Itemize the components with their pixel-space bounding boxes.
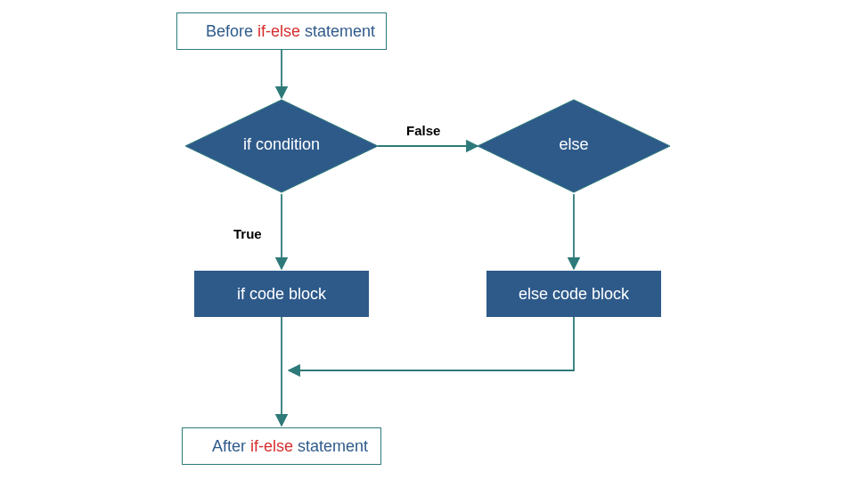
after-box: After if-else statement	[182, 427, 381, 465]
if-condition-diamond	[185, 100, 378, 192]
flow-connectors	[0, 0, 850, 504]
else-diamond	[478, 100, 670, 192]
before-keyword: if-else	[257, 22, 300, 40]
after-suffix: statement	[293, 437, 368, 455]
before-suffix: statement	[300, 22, 375, 40]
after-prefix: After	[212, 437, 250, 455]
after-keyword: if-else	[250, 437, 293, 455]
before-box: Before if-else statement	[176, 12, 387, 50]
before-prefix: Before	[206, 22, 257, 40]
if-code-block: if code block	[194, 271, 369, 317]
else-code-block: else code block	[486, 271, 661, 317]
